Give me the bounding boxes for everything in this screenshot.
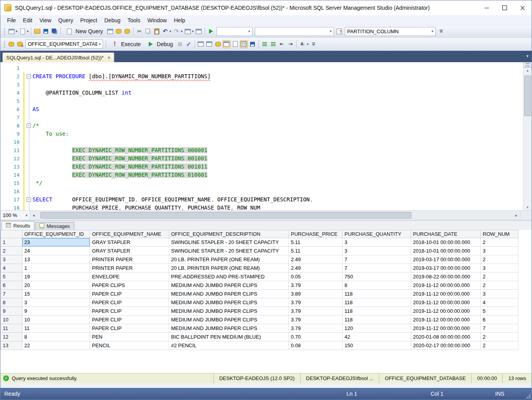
collapse-icon[interactable]: − xyxy=(27,124,31,128)
redo-icon[interactable] xyxy=(173,27,180,35)
row-header-corner[interactable] xyxy=(1,230,22,238)
menu-edit[interactable]: Edit xyxy=(20,15,36,25)
tab-close-icon[interactable]: × xyxy=(108,55,111,60)
grid-cell[interactable]: MEDIUM AND JUMBO PAPER CLIPS xyxy=(169,298,289,307)
grid-cell[interactable]: #2 PENCIL xyxy=(169,341,289,350)
chevron-down-icon[interactable]: ▾ xyxy=(430,29,435,33)
grid-cell[interactable]: BIC BALLPOINT PEN MEDIUM (BLUE) xyxy=(169,333,289,341)
scroll-left-icon[interactable]: ◄ xyxy=(30,213,37,217)
toolbar-grip[interactable] xyxy=(4,27,5,35)
toolbar-overflow-icon[interactable] xyxy=(310,40,317,48)
grid-cell[interactable]: 0.05 xyxy=(289,273,343,281)
undo-icon[interactable] xyxy=(161,27,169,35)
grid-cell[interactable]: 150 xyxy=(343,341,411,350)
grid-cell[interactable]: 2019-08-22 00:00:00.000 xyxy=(411,273,481,281)
split-editor-handle[interactable] xyxy=(523,62,532,68)
scroll-right-icon[interactable]: ► xyxy=(513,213,520,217)
code-line[interactable]: 10 xyxy=(0,138,523,146)
grid-cell[interactable]: 2019-03-17 00:00:00.000 xyxy=(411,264,481,273)
grid-cell[interactable]: 118 xyxy=(343,298,411,307)
code-line[interactable]: 13 EXEC DYNAMIC_ROW_NUMBER_PARTITIONS 00… xyxy=(0,163,523,171)
connect-query-icon[interactable] xyxy=(7,40,15,48)
grid-cell[interactable]: SWINGLINE STAPLER - 20 SHEET CAPACITY xyxy=(169,238,289,247)
template-parameters-icon[interactable] xyxy=(335,27,343,35)
comment-icon[interactable] xyxy=(261,40,269,48)
code-line[interactable]: 18 PURCHASE_PRICE, PURCHASE_QUANTITY, PU… xyxy=(0,204,523,210)
grid-cell[interactable]: 8 xyxy=(343,281,411,290)
grid-cell[interactable]: 120 xyxy=(343,324,411,333)
row-header[interactable]: 9 xyxy=(1,307,22,316)
grid-cell[interactable]: 2.49 xyxy=(289,264,343,273)
grid-cell[interactable]: ENVELOPE xyxy=(90,273,169,281)
tab-messages[interactable]: Messages xyxy=(35,222,74,230)
scroll-up-icon[interactable]: ▲ xyxy=(523,68,532,74)
grid-cell[interactable]: 3.79 xyxy=(289,324,343,333)
scroll-down-icon[interactable]: ▼ xyxy=(523,204,532,210)
sqlcmd-mode-icon[interactable] xyxy=(197,40,205,48)
grid-cell[interactable]: 24 xyxy=(22,247,90,255)
grid-cell[interactable]: 20 xyxy=(22,281,90,290)
grid-cell[interactable]: 10 xyxy=(22,316,90,324)
chevron-down-icon[interactable]: ▾ xyxy=(247,29,251,33)
cut-icon[interactable] xyxy=(135,27,143,35)
grid-cell[interactable]: 20 LB. PRINTER PAPER (ONE REAM) xyxy=(169,264,289,273)
grid-cell[interactable]: 118 xyxy=(343,290,411,298)
grid-cell[interactable]: 3.79 xyxy=(289,307,343,316)
code-line[interactable]: 1 xyxy=(0,64,523,72)
code-line[interactable]: 11 EXEC DYNAMIC_ROW_NUMBER_PARTITIONS 00… xyxy=(0,146,523,154)
grid-cell[interactable]: 2018-10-01 00:00:00.000 xyxy=(411,238,481,247)
grid-cell[interactable]: 42 xyxy=(343,333,411,341)
grid-cell[interactable]: 2019-11-12 00:00:00.000 xyxy=(411,298,481,307)
code-line[interactable]: 14 EXEC DYNAMIC_ROW_NUMBER_PARTITIONS 01… xyxy=(0,171,523,179)
grid-cell[interactable]: 3.79 xyxy=(289,281,343,290)
results-to-grid-icon[interactable] xyxy=(240,40,248,48)
grid-cell[interactable]: 7 xyxy=(343,264,411,273)
row-header[interactable]: 4 xyxy=(1,264,22,273)
code-editor[interactable]: 12−CREATE PROCEDURE [dbo].[DYNAMIC_ROW_N… xyxy=(0,62,523,210)
grid-cell[interactable]: PAPER CLIP xyxy=(90,307,169,316)
vertical-scroll-thumb[interactable] xyxy=(524,75,531,116)
results-to-file-icon[interactable] xyxy=(249,40,256,48)
code-line[interactable]: 17−SELECT OFFICE_EQUIPMENT_ID, OFFICE_EQ… xyxy=(0,196,523,204)
grid-cell[interactable]: 20 LB. PRINTER PAPER (ONE REAM) xyxy=(169,255,289,264)
collapse-icon[interactable]: − xyxy=(27,74,31,79)
row-header[interactable]: 8 xyxy=(1,298,22,307)
grid-cell[interactable]: 11 xyxy=(22,324,90,333)
grid-cell[interactable]: 2020-01-08 00:00:00.000 xyxy=(411,333,481,341)
code-line[interactable]: 3 xyxy=(0,81,523,89)
tab-list-chevron-icon[interactable]: ▾ xyxy=(526,54,528,59)
grid-cell[interactable]: 7 xyxy=(481,324,518,333)
intellisense-enabled-icon[interactable] xyxy=(299,40,307,48)
fold-gutter[interactable]: − xyxy=(26,122,32,130)
grid-cell[interactable]: 5 xyxy=(481,307,518,316)
debug-button[interactable]: Debug xyxy=(144,39,176,49)
chevron-down-icon[interactable]: ▾ xyxy=(27,29,29,33)
grid-cell[interactable]: MEDIUM AND JUMBO PAPER CLIPS xyxy=(169,290,289,298)
paste-icon[interactable] xyxy=(153,27,161,35)
grid-cell[interactable]: 2 xyxy=(481,255,518,264)
code-line[interactable]: 7 xyxy=(0,113,523,122)
toolbar-overflow-icon[interactable] xyxy=(437,27,445,35)
grid-cell[interactable]: 1 xyxy=(22,264,90,273)
menu-help[interactable]: Help xyxy=(170,15,189,25)
grid-cell[interactable]: 9 xyxy=(22,307,90,316)
column-header[interactable]: ROW_NUM xyxy=(481,230,518,238)
grid-cell[interactable]: 3.79 xyxy=(289,298,343,307)
fold-gutter[interactable]: − xyxy=(26,72,32,81)
document-tab[interactable]: SQLQuery1.sql - DE...ADEOJS\fbsol (52))*… xyxy=(2,52,114,62)
grid-cell[interactable]: 3 xyxy=(481,247,518,255)
connect-icon[interactable] xyxy=(7,27,15,35)
query-options-icon[interactable] xyxy=(214,40,222,48)
chevron-down-icon[interactable]: ▾ xyxy=(181,29,183,33)
row-header[interactable]: 5 xyxy=(1,273,22,281)
available-databases-combo[interactable]: OFFICE_EQUIPMENT_DATAE▾ xyxy=(25,39,103,48)
code-line[interactable]: 6AS xyxy=(0,105,523,113)
grid-cell[interactable]: SWINGLINE STAPLER - 20 SHEET CAPACITY xyxy=(169,247,289,255)
results-to-text-icon[interactable] xyxy=(231,40,239,48)
menu-debug[interactable]: Debug xyxy=(101,15,124,25)
grid-cell[interactable]: 2.49 xyxy=(289,255,343,264)
grid-cell[interactable]: PAPER CLIPS xyxy=(90,281,169,290)
grid-cell[interactable]: 2018-10-01 00:00:00.000 xyxy=(411,247,481,255)
grid-cell[interactable]: 2019-03-17 00:00:00.000 xyxy=(411,255,481,264)
grid-cell[interactable]: 5.11 xyxy=(289,247,343,255)
